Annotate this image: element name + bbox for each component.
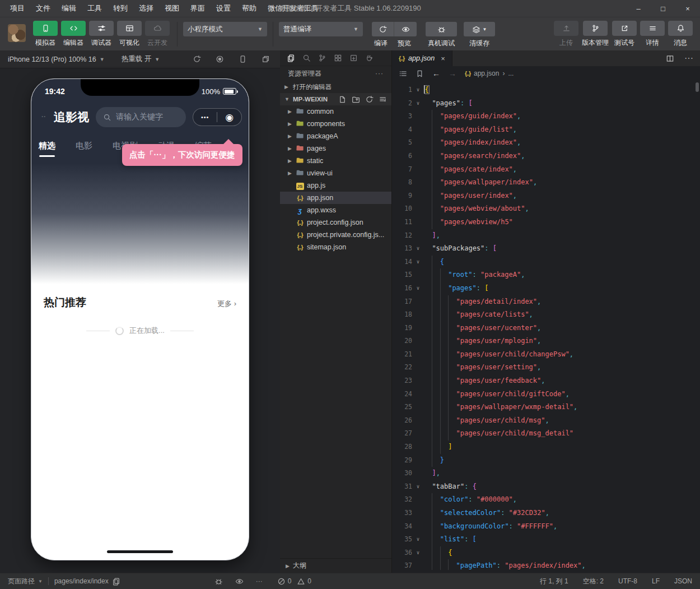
fold-chevron-icon[interactable]: ∨ xyxy=(412,546,424,560)
tree-item-components[interactable]: ▶components xyxy=(280,118,391,130)
fold-chevron-icon[interactable]: ∨ xyxy=(412,480,424,494)
mode-dropdown[interactable]: 小程序模式 ▼ xyxy=(183,22,267,36)
editor-button[interactable]: 编辑器 xyxy=(61,21,86,48)
debug-icon[interactable] xyxy=(214,577,223,586)
remote-debug-button[interactable] xyxy=(426,22,457,36)
hot-reload-selector[interactable]: 热重载 开 ▼ xyxy=(122,54,160,64)
indentation[interactable]: 空格: 2 xyxy=(583,577,604,586)
menu-item[interactable]: 界面 xyxy=(185,0,211,17)
preview-button[interactable] xyxy=(394,22,417,36)
scrollbar-thumb[interactable] xyxy=(696,82,699,92)
details-button[interactable]: 详情 xyxy=(640,21,665,48)
breadcrumb-more[interactable]: ... xyxy=(508,69,514,77)
compile-button[interactable] xyxy=(372,22,394,36)
grid-icon[interactable] xyxy=(334,54,342,62)
collapse-icon[interactable] xyxy=(379,95,387,104)
tree-item-sitemap.json[interactable]: {..}sitemap.json xyxy=(280,241,391,253)
fold-chevron-icon[interactable]: ∨ xyxy=(412,97,424,110)
menu-item[interactable]: 选择 xyxy=(133,0,159,17)
tree-item-app.json[interactable]: {..}app.json xyxy=(280,192,391,204)
tree-item-app.wxss[interactable]: ʒapp.wxss xyxy=(280,204,391,216)
encoding[interactable]: UTF-8 xyxy=(618,577,637,586)
open-editors-section[interactable]: ▶ 打开的编辑器 xyxy=(280,81,391,93)
menu-item[interactable]: 转到 xyxy=(108,0,133,17)
close-target-button[interactable]: ◉ xyxy=(225,113,234,122)
tab-app-json[interactable]: {..} app.json × xyxy=(392,50,452,66)
avatar[interactable] xyxy=(8,24,26,42)
menu-item[interactable]: 工具 xyxy=(82,0,108,17)
device-selector[interactable]: iPhone 12/13 (Pro) 100% 16 ▼ xyxy=(8,55,105,63)
bookmark-icon[interactable] xyxy=(416,69,424,78)
compile-mode-dropdown[interactable]: 普通编译 ▼ xyxy=(279,22,363,36)
close-button[interactable]: × xyxy=(675,0,700,17)
newfile-icon[interactable] xyxy=(338,95,347,104)
more-link[interactable]: 更多 › xyxy=(217,299,236,309)
outline-list-icon[interactable] xyxy=(399,69,407,78)
visual-button[interactable]: 可视化 xyxy=(117,21,142,48)
back-button[interactable]: ← xyxy=(432,69,440,78)
indent-guide xyxy=(424,110,432,123)
tree-item-static[interactable]: ▶static xyxy=(280,155,391,167)
menu-item[interactable]: 视图 xyxy=(159,0,185,17)
newfolder-icon[interactable] xyxy=(352,95,360,104)
more-menu-button[interactable]: ••• xyxy=(201,114,209,120)
package-icon[interactable] xyxy=(349,54,358,62)
eol-type[interactable]: LF xyxy=(652,577,660,586)
fold-chevron-icon[interactable]: ∨ xyxy=(412,242,424,256)
copy-icon[interactable] xyxy=(112,577,120,586)
fold-chevron-icon[interactable]: ∨ xyxy=(412,282,424,295)
menu-item[interactable]: 设置 xyxy=(211,0,236,17)
tab-精选[interactable]: 精选 xyxy=(39,141,55,157)
record-icon[interactable] xyxy=(216,55,224,63)
breadcrumb-file[interactable]: app.json xyxy=(474,69,499,77)
fold-chevron-icon[interactable]: ∨ xyxy=(412,84,424,97)
code-line-23: 23"pages/user/feedback", xyxy=(392,374,700,388)
messages-button[interactable]: 消息 xyxy=(668,21,693,48)
search-input[interactable]: 请输入关键字 xyxy=(96,107,186,127)
close-icon[interactable]: × xyxy=(441,54,445,63)
search-icon[interactable] xyxy=(302,54,311,62)
branch-icon[interactable] xyxy=(318,54,326,62)
statusbar-more-button[interactable]: ··· xyxy=(256,577,263,585)
tab-电影[interactable]: 电影 xyxy=(76,141,92,157)
code-editor[interactable]: 1∨{2∨"pages": [3"pages/guide/index",4"pa… xyxy=(392,81,700,570)
fold-chevron-icon[interactable]: ∨ xyxy=(412,256,424,269)
problems-indicator[interactable]: 0 0 xyxy=(277,577,311,586)
refresh-icon[interactable] xyxy=(193,55,201,63)
version-button[interactable]: 版本管理 xyxy=(582,21,609,48)
tree-item-pages[interactable]: ▶pages xyxy=(280,142,391,155)
menu-item[interactable]: 文件 xyxy=(30,0,56,17)
tree-item-project.private.config.js...[interactable]: {..}project.private.config.js... xyxy=(280,229,391,241)
tree-item-app.js[interactable]: JSapp.js xyxy=(280,179,391,192)
eye-icon[interactable] xyxy=(235,577,244,586)
outline-section[interactable]: ▶ 大纲 xyxy=(280,558,391,573)
simulator-button[interactable]: 模拟器 xyxy=(33,21,58,48)
minimize-button[interactable]: – xyxy=(626,0,651,17)
windows-icon[interactable] xyxy=(262,55,270,63)
refresh-icon[interactable] xyxy=(365,95,374,104)
tree-item-uview-ui[interactable]: ▶uview-ui xyxy=(280,167,391,179)
explorer-more-button[interactable]: ··· xyxy=(375,69,384,77)
fold-chevron-icon[interactable]: ∨ xyxy=(412,533,424,546)
tree-item-project.config.json[interactable]: {..}project.config.json xyxy=(280,216,391,229)
indent-guide xyxy=(448,335,456,348)
menu-item[interactable]: 编辑 xyxy=(56,0,82,17)
testid-button[interactable]: 测试号 xyxy=(612,21,637,48)
maximize-button[interactable]: □ xyxy=(651,0,675,17)
clear-cache-button[interactable]: ▼ xyxy=(464,22,495,36)
menu-item[interactable]: 项目 xyxy=(4,0,30,17)
tree-item-packageA[interactable]: ▶packageA xyxy=(280,130,391,142)
files-icon[interactable] xyxy=(287,54,295,62)
split-editor-icon[interactable] xyxy=(666,54,674,63)
page-path-selector[interactable]: 页面路径 ▼ xyxy=(8,577,43,586)
tree-item-common[interactable]: ▶common xyxy=(280,105,391,118)
cursor-position[interactable]: 行 1, 列 1 xyxy=(540,577,568,586)
language-mode[interactable]: JSON xyxy=(674,577,692,586)
project-root-section[interactable]: ▼ MP-WEIXIN xyxy=(280,93,391,105)
forward-button[interactable]: → xyxy=(449,69,456,78)
debugger-button[interactable]: 调试器 xyxy=(89,21,114,48)
editor-more-button[interactable]: ··· xyxy=(684,53,693,63)
tea-icon[interactable] xyxy=(365,54,374,62)
menu-item[interactable]: 帮助 xyxy=(236,0,262,17)
device-icon[interactable] xyxy=(239,55,247,63)
